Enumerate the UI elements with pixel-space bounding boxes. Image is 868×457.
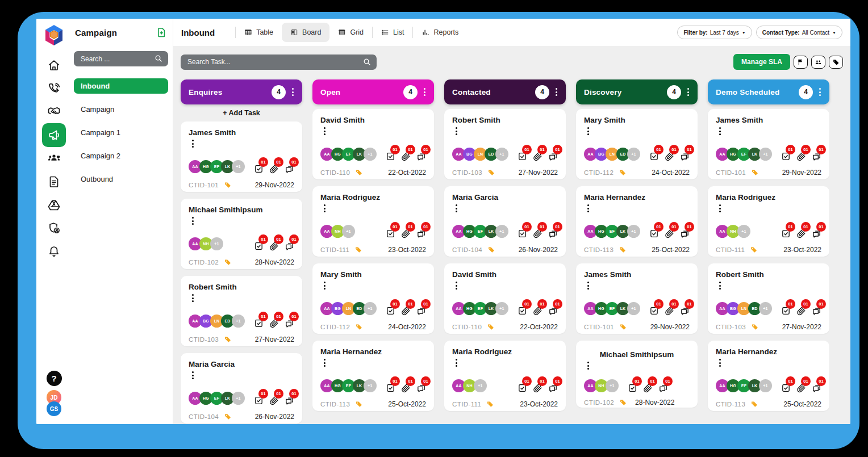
chat-icon[interactable]: 01 bbox=[548, 229, 558, 238]
rail-item-document[interactable] bbox=[42, 175, 66, 188]
task-icon[interactable]: 01 bbox=[781, 306, 791, 316]
attachment-icon[interactable]: 01 bbox=[796, 229, 806, 238]
rail-item-home[interactable] bbox=[42, 58, 66, 72]
chat-icon[interactable]: 01 bbox=[812, 306, 821, 316]
chat-icon[interactable]: 01 bbox=[416, 152, 426, 161]
attachment-icon[interactable]: 01 bbox=[269, 241, 279, 251]
tag-button[interactable] bbox=[829, 56, 843, 69]
task-icon[interactable]: 01 bbox=[254, 164, 264, 174]
attachment-icon[interactable]: 01 bbox=[533, 306, 542, 316]
attachment-icon[interactable]: 01 bbox=[269, 396, 279, 405]
task-icon[interactable]: 01 bbox=[628, 383, 637, 393]
task-card[interactable]: Michael SmithipsumAANH+1010101CTID-10228… bbox=[576, 341, 698, 408]
task-card[interactable]: James SmithAAHGEFLK+1010101CTID-10129-No… bbox=[181, 121, 302, 192]
card-menu-button[interactable] bbox=[452, 356, 558, 370]
card-menu-button[interactable] bbox=[320, 124, 426, 138]
column-menu-button[interactable] bbox=[552, 85, 561, 99]
task-icon[interactable]: 01 bbox=[518, 152, 527, 161]
task-search-input[interactable] bbox=[181, 54, 377, 70]
attachment-icon[interactable]: 01 bbox=[401, 152, 411, 161]
chat-icon[interactable]: 01 bbox=[680, 306, 690, 316]
attachment-icon[interactable]: 01 bbox=[665, 306, 674, 316]
chat-icon[interactable]: 01 bbox=[285, 164, 294, 174]
sidebar-item-inbound[interactable]: Inbound bbox=[74, 78, 168, 94]
task-card[interactable]: Maria GarciaAAHGEFLK+1010101CTID-10426-N… bbox=[444, 186, 566, 257]
attachment-icon[interactable]: 01 bbox=[269, 318, 279, 328]
task-card[interactable]: James SmithAAHGEFLK+1010101CTID-10129-No… bbox=[576, 263, 698, 334]
flag-button[interactable] bbox=[794, 56, 808, 69]
team-button[interactable] bbox=[811, 56, 825, 69]
help-button[interactable]: ? bbox=[47, 371, 62, 386]
tab-grid[interactable]: Grid bbox=[329, 23, 372, 42]
attachment-icon[interactable]: 01 bbox=[269, 164, 279, 174]
task-icon[interactable]: 01 bbox=[254, 396, 264, 405]
rail-item-bell[interactable] bbox=[42, 245, 66, 258]
attachment-icon[interactable]: 01 bbox=[665, 152, 674, 161]
chat-icon[interactable]: 01 bbox=[548, 152, 558, 161]
task-icon[interactable]: 01 bbox=[781, 229, 791, 238]
task-card[interactable]: Robert SmithAABGLNED+1010101CTID-10327-N… bbox=[444, 109, 566, 179]
chat-icon[interactable]: 01 bbox=[812, 152, 821, 161]
tab-board[interactable]: Board bbox=[282, 23, 329, 42]
filter-by-dropdown[interactable]: Filter by: Last 7 days ▼ bbox=[677, 26, 752, 39]
task-card[interactable]: Mary SmithAABGLNED+1010101CTID-11224-Oct… bbox=[312, 263, 434, 334]
chat-icon[interactable]: 01 bbox=[416, 383, 426, 393]
column-menu-button[interactable] bbox=[420, 85, 429, 99]
card-menu-button[interactable] bbox=[716, 202, 821, 215]
task-icon[interactable]: 01 bbox=[518, 383, 527, 393]
attachment-icon[interactable]: 01 bbox=[665, 229, 674, 238]
card-menu-button[interactable] bbox=[320, 279, 426, 292]
card-menu-button[interactable] bbox=[320, 202, 426, 215]
chat-icon[interactable]: 01 bbox=[680, 229, 690, 238]
card-menu-button[interactable] bbox=[452, 124, 558, 138]
sidebar-item-campaign-2[interactable]: Campaign 2 bbox=[74, 148, 168, 163]
task-icon[interactable]: 01 bbox=[781, 383, 791, 393]
chat-icon[interactable]: 01 bbox=[285, 396, 294, 405]
chat-icon[interactable]: 01 bbox=[416, 229, 426, 238]
task-card[interactable]: Maria GarciaAAHGEFLK+1010101CTID-10426-N… bbox=[181, 353, 302, 424]
card-menu-button[interactable] bbox=[716, 279, 821, 292]
attachment-icon[interactable]: 01 bbox=[796, 383, 806, 393]
task-icon[interactable]: 01 bbox=[649, 229, 659, 238]
attachment-icon[interactable]: 01 bbox=[796, 306, 806, 316]
task-card[interactable]: David SmithAAHGEFLK+1010101CTID-11022-Oc… bbox=[444, 263, 566, 334]
contact-type-dropdown[interactable]: Contact Type: All Contact ▼ bbox=[756, 26, 842, 39]
new-campaign-icon[interactable] bbox=[156, 27, 167, 38]
task-icon[interactable]: 01 bbox=[254, 241, 264, 251]
task-icon[interactable]: 01 bbox=[386, 152, 395, 161]
card-menu-button[interactable] bbox=[584, 202, 690, 215]
card-menu-button[interactable] bbox=[189, 368, 294, 382]
card-menu-button[interactable] bbox=[584, 359, 690, 372]
column-menu-button[interactable] bbox=[684, 85, 692, 99]
card-menu-button[interactable] bbox=[716, 356, 821, 370]
task-card[interactable]: Maria HernandezAAHGEFLK+1010101CTID-1132… bbox=[312, 341, 434, 411]
task-card[interactable]: Robert SmithAABGLNED+1010101CTID-10327-N… bbox=[708, 263, 829, 334]
manage-sla-button[interactable]: Manage SLA bbox=[733, 54, 790, 70]
attachment-icon[interactable]: 01 bbox=[796, 152, 806, 161]
task-icon[interactable]: 01 bbox=[649, 306, 659, 316]
task-card[interactable]: Maria HernandezAAHGEFLK+1010101CTID-1132… bbox=[576, 186, 698, 257]
card-menu-button[interactable] bbox=[584, 124, 690, 138]
task-card[interactable]: Robert SmithAABGLNED+1010101CTID-10327-N… bbox=[181, 276, 302, 346]
tab-list[interactable]: List bbox=[373, 23, 412, 42]
card-menu-button[interactable] bbox=[189, 214, 294, 228]
rail-item-handshake[interactable] bbox=[42, 105, 66, 119]
task-card[interactable]: Maria RodriguezAANH+1010101CTID-11123-Oc… bbox=[708, 186, 829, 257]
add-task-button[interactable]: + Add Task bbox=[181, 109, 302, 117]
attachment-icon[interactable]: 01 bbox=[643, 383, 653, 393]
chat-icon[interactable]: 01 bbox=[416, 306, 426, 316]
attachment-icon[interactable]: 01 bbox=[401, 306, 411, 316]
chat-icon[interactable]: 01 bbox=[812, 383, 821, 393]
rail-item-call[interactable] bbox=[42, 82, 66, 95]
chat-icon[interactable]: 01 bbox=[285, 241, 294, 251]
chat-icon[interactable]: 01 bbox=[548, 306, 558, 316]
user-avatar-gs[interactable]: GS bbox=[47, 401, 61, 416]
attachment-icon[interactable]: 01 bbox=[533, 152, 542, 161]
rail-item-megaphone[interactable] bbox=[42, 123, 66, 147]
task-icon[interactable]: 01 bbox=[781, 152, 791, 161]
chat-icon[interactable]: 01 bbox=[548, 383, 558, 393]
task-icon[interactable]: 01 bbox=[386, 306, 395, 316]
attachment-icon[interactable]: 01 bbox=[533, 383, 542, 393]
chat-icon[interactable]: 01 bbox=[285, 318, 294, 328]
rail-item-shield-user[interactable] bbox=[42, 221, 66, 235]
